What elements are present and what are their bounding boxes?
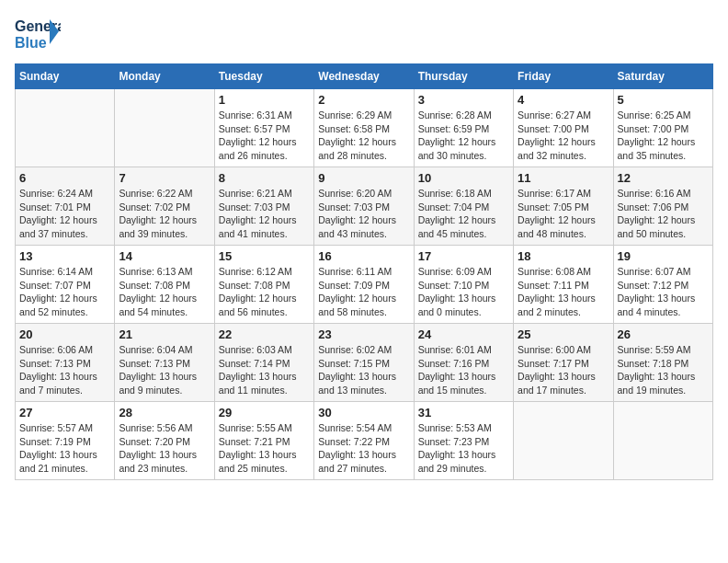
cell-content: Sunrise: 6:20 AM Sunset: 7:03 PM Dayligh…: [318, 187, 409, 241]
cell-content: Sunrise: 5:57 AM Sunset: 7:19 PM Dayligh…: [19, 421, 110, 476]
cell-content: Sunrise: 6:16 AM Sunset: 7:06 PM Dayligh…: [618, 187, 709, 241]
cell-content: Sunrise: 6:17 AM Sunset: 7:05 PM Dayligh…: [518, 187, 609, 241]
calendar-cell: 27Sunrise: 5:57 AM Sunset: 7:19 PM Dayli…: [16, 402, 115, 480]
day-number: 11: [518, 171, 609, 185]
calendar-cell: 19Sunrise: 6:07 AM Sunset: 7:12 PM Dayli…: [613, 246, 712, 324]
cell-content: Sunrise: 6:28 AM Sunset: 6:59 PM Dayligh…: [418, 109, 509, 163]
day-header-friday: Friday: [514, 64, 613, 89]
calendar-cell: 9Sunrise: 6:20 AM Sunset: 7:03 PM Daylig…: [314, 167, 414, 246]
day-number: 23: [318, 327, 409, 341]
cell-content: Sunrise: 5:59 AM Sunset: 7:18 PM Dayligh…: [618, 343, 709, 397]
day-number: 25: [518, 327, 609, 341]
calendar-cell: 4Sunrise: 6:27 AM Sunset: 7:00 PM Daylig…: [514, 89, 613, 167]
day-number: 30: [318, 406, 409, 419]
cell-content: Sunrise: 6:07 AM Sunset: 7:12 PM Dayligh…: [618, 265, 709, 319]
calendar-cell: 3Sunrise: 6:28 AM Sunset: 6:59 PM Daylig…: [414, 89, 513, 167]
day-number: 31: [418, 406, 509, 419]
week-row-3: 13Sunrise: 6:14 AM Sunset: 7:07 PM Dayli…: [16, 246, 713, 324]
calendar-cell: 18Sunrise: 6:08 AM Sunset: 7:11 PM Dayli…: [514, 246, 613, 324]
calendar-cell: [115, 89, 214, 167]
day-number: 21: [119, 327, 210, 341]
week-row-5: 27Sunrise: 5:57 AM Sunset: 7:19 PM Dayli…: [16, 402, 713, 480]
cell-content: Sunrise: 6:08 AM Sunset: 7:11 PM Dayligh…: [518, 265, 609, 319]
calendar-cell: 21Sunrise: 6:04 AM Sunset: 7:13 PM Dayli…: [115, 324, 214, 402]
day-number: 13: [19, 249, 110, 263]
cell-content: Sunrise: 6:22 AM Sunset: 7:02 PM Dayligh…: [119, 187, 210, 241]
day-number: 10: [418, 171, 509, 185]
day-header-sunday: Sunday: [16, 64, 115, 89]
day-header-monday: Monday: [115, 64, 214, 89]
day-header-tuesday: Tuesday: [214, 64, 313, 89]
day-number: 17: [418, 249, 509, 263]
cell-content: Sunrise: 6:11 AM Sunset: 7:09 PM Dayligh…: [318, 265, 409, 319]
cell-content: Sunrise: 5:53 AM Sunset: 7:23 PM Dayligh…: [418, 421, 509, 476]
logo-svg: GeneralBlue: [15, 15, 61, 56]
day-number: 8: [219, 171, 310, 185]
cell-content: Sunrise: 5:55 AM Sunset: 7:21 PM Dayligh…: [219, 421, 310, 476]
day-number: 28: [119, 406, 210, 419]
calendar-cell: 20Sunrise: 6:06 AM Sunset: 7:13 PM Dayli…: [16, 324, 115, 402]
calendar-cell: 28Sunrise: 5:56 AM Sunset: 7:20 PM Dayli…: [115, 402, 214, 480]
day-header-thursday: Thursday: [414, 64, 513, 89]
calendar-cell: 29Sunrise: 5:55 AM Sunset: 7:21 PM Dayli…: [214, 402, 313, 480]
day-number: 26: [618, 327, 709, 341]
cell-content: Sunrise: 6:25 AM Sunset: 7:00 PM Dayligh…: [618, 109, 709, 163]
day-number: 5: [618, 93, 709, 107]
cell-content: Sunrise: 6:03 AM Sunset: 7:14 PM Dayligh…: [219, 343, 310, 397]
cell-content: Sunrise: 6:27 AM Sunset: 7:00 PM Dayligh…: [518, 109, 609, 163]
calendar-cell: 8Sunrise: 6:21 AM Sunset: 7:03 PM Daylig…: [214, 167, 313, 246]
day-header-saturday: Saturday: [613, 64, 712, 89]
cell-content: Sunrise: 6:12 AM Sunset: 7:08 PM Dayligh…: [219, 265, 310, 319]
calendar-cell: 10Sunrise: 6:18 AM Sunset: 7:04 PM Dayli…: [414, 167, 513, 246]
day-number: 1: [219, 93, 310, 107]
logo: GeneralBlue: [15, 15, 61, 56]
calendar-cell: 24Sunrise: 6:01 AM Sunset: 7:16 PM Dayli…: [414, 324, 513, 402]
calendar-cell: 15Sunrise: 6:12 AM Sunset: 7:08 PM Dayli…: [214, 246, 313, 324]
calendar-cell: 12Sunrise: 6:16 AM Sunset: 7:06 PM Dayli…: [613, 167, 712, 246]
week-row-4: 20Sunrise: 6:06 AM Sunset: 7:13 PM Dayli…: [16, 324, 713, 402]
calendar-cell: 31Sunrise: 5:53 AM Sunset: 7:23 PM Dayli…: [414, 402, 513, 480]
cell-content: Sunrise: 6:13 AM Sunset: 7:08 PM Dayligh…: [119, 265, 210, 319]
day-number: 15: [219, 249, 310, 263]
calendar-cell: [514, 402, 613, 480]
calendar-cell: 26Sunrise: 5:59 AM Sunset: 7:18 PM Dayli…: [613, 324, 712, 402]
calendar-cell: [613, 402, 712, 480]
calendar-cell: 1Sunrise: 6:31 AM Sunset: 6:57 PM Daylig…: [214, 89, 313, 167]
cell-content: Sunrise: 6:04 AM Sunset: 7:13 PM Dayligh…: [119, 343, 210, 397]
cell-content: Sunrise: 6:14 AM Sunset: 7:07 PM Dayligh…: [19, 265, 110, 319]
day-number: 24: [418, 327, 509, 341]
calendar-cell: 6Sunrise: 6:24 AM Sunset: 7:01 PM Daylig…: [16, 167, 115, 246]
day-number: 4: [518, 93, 609, 107]
calendar-cell: 30Sunrise: 5:54 AM Sunset: 7:22 PM Dayli…: [314, 402, 414, 480]
day-number: 29: [219, 406, 310, 419]
cell-content: Sunrise: 6:29 AM Sunset: 6:58 PM Dayligh…: [318, 109, 409, 163]
cell-content: Sunrise: 6:01 AM Sunset: 7:16 PM Dayligh…: [418, 343, 509, 397]
calendar-cell: 2Sunrise: 6:29 AM Sunset: 6:58 PM Daylig…: [314, 89, 414, 167]
day-number: 19: [618, 249, 709, 263]
week-row-2: 6Sunrise: 6:24 AM Sunset: 7:01 PM Daylig…: [16, 167, 713, 246]
cell-content: Sunrise: 6:00 AM Sunset: 7:17 PM Dayligh…: [518, 343, 609, 397]
page-header: GeneralBlue: [15, 15, 713, 56]
day-header-wednesday: Wednesday: [314, 64, 414, 89]
day-number: 22: [219, 327, 310, 341]
day-number: 2: [318, 93, 409, 107]
calendar-cell: 5Sunrise: 6:25 AM Sunset: 7:00 PM Daylig…: [613, 89, 712, 167]
day-number: 27: [19, 406, 110, 419]
cell-content: Sunrise: 6:18 AM Sunset: 7:04 PM Dayligh…: [418, 187, 509, 241]
day-number: 14: [119, 249, 210, 263]
day-number: 20: [19, 327, 110, 341]
calendar-header-row: SundayMondayTuesdayWednesdayThursdayFrid…: [16, 64, 713, 89]
calendar-cell: 22Sunrise: 6:03 AM Sunset: 7:14 PM Dayli…: [214, 324, 313, 402]
calendar-cell: 16Sunrise: 6:11 AM Sunset: 7:09 PM Dayli…: [314, 246, 414, 324]
day-number: 9: [318, 171, 409, 185]
calendar-cell: 14Sunrise: 6:13 AM Sunset: 7:08 PM Dayli…: [115, 246, 214, 324]
cell-content: Sunrise: 6:21 AM Sunset: 7:03 PM Dayligh…: [219, 187, 310, 241]
calendar-cell: [16, 89, 115, 167]
cell-content: Sunrise: 5:56 AM Sunset: 7:20 PM Dayligh…: [119, 421, 210, 476]
calendar-cell: 25Sunrise: 6:00 AM Sunset: 7:17 PM Dayli…: [514, 324, 613, 402]
calendar-cell: 13Sunrise: 6:14 AM Sunset: 7:07 PM Dayli…: [16, 246, 115, 324]
calendar-cell: 23Sunrise: 6:02 AM Sunset: 7:15 PM Dayli…: [314, 324, 414, 402]
day-number: 6: [19, 171, 110, 185]
day-number: 3: [418, 93, 509, 107]
week-row-1: 1Sunrise: 6:31 AM Sunset: 6:57 PM Daylig…: [16, 89, 713, 167]
